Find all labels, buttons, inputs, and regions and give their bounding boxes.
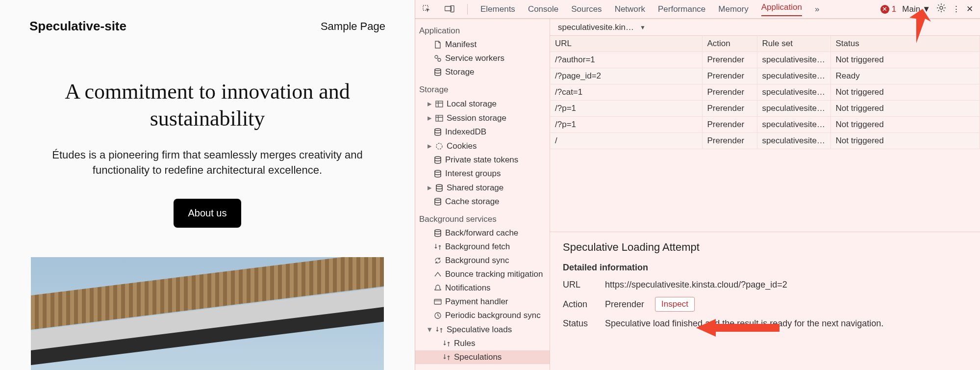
- database-icon: [434, 170, 442, 178]
- svg-point-11: [435, 157, 441, 159]
- detail-row-action: Action Prerender Inspect: [563, 297, 967, 312]
- site-logo[interactable]: Speculative-site: [29, 19, 126, 34]
- speculations-table: URL Action Rule set Status /?author=1Pre…: [550, 36, 980, 149]
- sidebar-item-notifications[interactable]: Notifications: [415, 281, 550, 295]
- sidebar-item-speculations[interactable]: Speculations: [415, 350, 550, 364]
- detail-row-status: Status Speculative load finished and the…: [563, 318, 967, 329]
- inspect-button[interactable]: Inspect: [655, 297, 695, 312]
- sidebar-item-indexeddb[interactable]: IndexedDB: [415, 125, 550, 139]
- col-url[interactable]: URL: [550, 36, 702, 52]
- svg-point-5: [438, 58, 441, 61]
- settings-gear-icon[interactable]: [936, 3, 946, 15]
- card-icon: [434, 298, 442, 306]
- detail-title: Speculative Loading Attempt: [563, 241, 967, 254]
- site-nav-sample[interactable]: Sample Page: [321, 20, 385, 33]
- svg-point-14: [435, 198, 441, 200]
- frame-selector-bar: speculativesite.kin… ▼: [550, 19, 980, 36]
- sidebar-item-bg-fetch[interactable]: Background fetch: [415, 240, 550, 254]
- sidebar-item-payment[interactable]: Payment handler: [415, 295, 550, 309]
- tab-performance[interactable]: Performance: [658, 4, 705, 14]
- table-icon: [435, 100, 443, 108]
- table-icon: [435, 114, 443, 122]
- arrows-icon: [435, 326, 443, 334]
- svg-rect-7: [436, 101, 443, 107]
- speculations-table-wrap: URL Action Rule set Status /?author=1Pre…: [550, 36, 980, 232]
- svg-point-9: [435, 129, 441, 131]
- sidebar-item-manifest[interactable]: Manifest: [415, 38, 550, 52]
- table-row[interactable]: /?p=1Prerenderspeculativesite…Not trigge…: [550, 117, 980, 133]
- sidebar-item-storage[interactable]: Storage: [415, 65, 550, 79]
- sidebar-item-speculative-loads[interactable]: ▾Speculative loads: [415, 322, 550, 337]
- cell-url: /?p=1: [550, 117, 702, 133]
- sidebar-item-private-state-tokens[interactable]: Private state tokens: [415, 153, 550, 167]
- tab-overflow[interactable]: »: [815, 4, 819, 14]
- about-us-button[interactable]: About us: [174, 199, 242, 228]
- sidebar-item-bg-sync[interactable]: Background sync: [415, 254, 550, 267]
- chevron-down-icon[interactable]: ▼: [640, 24, 646, 31]
- sync-icon: [434, 257, 442, 264]
- error-count-badge[interactable]: ✕ 1: [880, 4, 896, 14]
- col-ruleset[interactable]: Rule set: [757, 36, 830, 52]
- table-row[interactable]: /?p=1Prerenderspeculativesite…Not trigge…: [550, 101, 980, 117]
- arrows-icon: [434, 243, 442, 251]
- arrows-icon: [443, 340, 451, 347]
- cell-url: /: [550, 133, 702, 149]
- more-options-icon[interactable]: ⋮: [952, 4, 960, 14]
- device-toolbar-icon[interactable]: [445, 4, 454, 14]
- sidebar-item-bounce[interactable]: Bounce tracking mitigation: [415, 267, 550, 281]
- sidebar-item-cache-storage[interactable]: Cache storage: [415, 195, 550, 209]
- sidebar-item-session-storage[interactable]: ▸Session storage: [415, 111, 550, 125]
- database-icon: [434, 198, 442, 206]
- col-action[interactable]: Action: [702, 36, 757, 52]
- sidebar-item-periodic-sync[interactable]: Periodic background sync: [415, 309, 550, 322]
- database-icon: [434, 68, 442, 76]
- sidebar-section-bg-services: Background services: [415, 209, 550, 226]
- application-main: speculativesite.kin… ▼ URL Action Rule s…: [550, 19, 980, 370]
- tab-elements[interactable]: Elements: [480, 4, 515, 14]
- cell-ruleset: speculativesite…: [757, 117, 830, 133]
- cell-url: /?cat=1: [550, 84, 702, 101]
- sidebar-item-cookies[interactable]: ▸Cookies: [415, 139, 550, 153]
- cookie-icon: [435, 142, 443, 150]
- sidebar-section-application: Application: [415, 20, 550, 38]
- cell-url: /?page_id=2: [550, 68, 702, 84]
- cell-status: Not triggered: [830, 101, 980, 117]
- cell-ruleset: speculativesite…: [757, 133, 830, 149]
- detail-panel: Speculative Loading Attempt Detailed inf…: [550, 232, 980, 370]
- frame-selector[interactable]: speculativesite.kin…: [558, 23, 634, 32]
- cell-action: Prerender: [702, 133, 757, 149]
- cell-ruleset: speculativesite…: [757, 52, 830, 68]
- cell-status: Not triggered: [830, 117, 980, 133]
- sidebar-item-rules[interactable]: Rules: [415, 337, 550, 350]
- close-icon[interactable]: ✕: [966, 4, 973, 14]
- document-icon: [434, 41, 442, 49]
- table-row[interactable]: /?author=1Prerenderspeculativesite…Not t…: [550, 52, 980, 68]
- cell-ruleset: speculativesite…: [757, 68, 830, 84]
- sidebar-item-service-workers[interactable]: Service workers: [415, 52, 550, 65]
- sidebar-item-bfcache[interactable]: Back/forward cache: [415, 226, 550, 240]
- sidebar-item-shared-storage[interactable]: ▸Shared storage: [415, 181, 550, 195]
- target-selector[interactable]: Main ▼: [902, 4, 930, 14]
- tab-application[interactable]: Application: [761, 2, 802, 16]
- svg-point-10: [436, 143, 442, 149]
- tab-console[interactable]: Console: [528, 4, 558, 14]
- devtools-tabstrip: Elements Console Sources Network Perform…: [415, 0, 980, 19]
- col-status[interactable]: Status: [830, 36, 980, 52]
- tab-sources[interactable]: Sources: [571, 4, 602, 14]
- chevron-down-icon: ▼: [922, 4, 930, 14]
- sidebar-item-interest-groups[interactable]: Interest groups: [415, 167, 550, 181]
- cell-action: Prerender: [702, 68, 757, 84]
- sidebar-item-local-storage[interactable]: ▸Local storage: [415, 97, 550, 111]
- inspect-element-icon[interactable]: [422, 4, 432, 14]
- cell-status: Ready: [830, 68, 980, 84]
- table-row[interactable]: /?page_id=2Prerenderspeculativesite…Read…: [550, 68, 980, 84]
- cell-status: Not triggered: [830, 133, 980, 149]
- detail-action-value: Prerender: [605, 299, 644, 310]
- table-row[interactable]: /Prerenderspeculativesite…Not triggered: [550, 133, 980, 149]
- tab-network[interactable]: Network: [615, 4, 645, 14]
- table-row[interactable]: /?cat=1Prerenderspeculativesite…Not trig…: [550, 84, 980, 101]
- tab-memory[interactable]: Memory: [718, 4, 748, 14]
- detail-row-url: URL https://speculativesite.kinsta.cloud…: [563, 280, 967, 290]
- error-count: 1: [892, 4, 896, 14]
- svg-rect-16: [434, 299, 441, 304]
